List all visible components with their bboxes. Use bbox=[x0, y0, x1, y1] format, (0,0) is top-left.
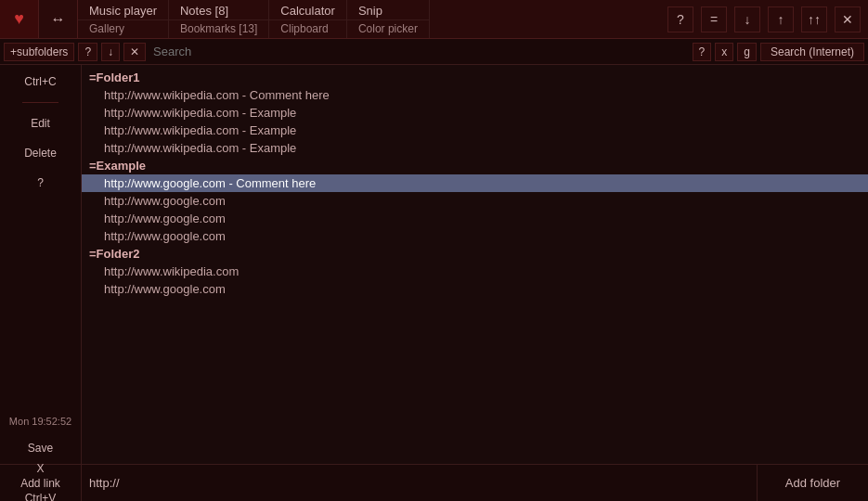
tab-snip[interactable]: Snip Color picker bbox=[347, 0, 430, 38]
question-button[interactable]: ? bbox=[4, 172, 77, 194]
sidebar: Ctrl+C Edit Delete ? Mon 19:52:52 Save bbox=[0, 65, 82, 464]
list-item[interactable]: http://www.wikipedia.com bbox=[82, 263, 868, 280]
add-link-button[interactable]: Add link bbox=[20, 477, 60, 490]
bottom-url-area bbox=[82, 472, 757, 494]
folder-header-folder1[interactable]: =Folder1 bbox=[82, 69, 868, 86]
list-item[interactable]: http://www.google.com bbox=[82, 192, 868, 210]
bottom-left: X Add link Ctrl+V bbox=[0, 465, 82, 501]
up-icon: ↑ bbox=[778, 12, 784, 27]
tab-clipboard-label: Clipboard bbox=[269, 20, 346, 39]
url-input[interactable] bbox=[89, 476, 749, 490]
search-bar: +subfolders ? ↓ ✕ ? x g Search (Internet… bbox=[0, 39, 868, 65]
arrow-button[interactable]: ↔ bbox=[39, 0, 78, 38]
equals-button[interactable]: = bbox=[701, 6, 727, 32]
heart-button[interactable]: ♥ bbox=[0, 0, 39, 38]
add-folder-button[interactable]: Add folder bbox=[757, 465, 868, 501]
search-internet-button[interactable]: Search (Internet) bbox=[760, 43, 864, 61]
ctrl-c-button[interactable]: Ctrl+C bbox=[4, 71, 77, 93]
flag-question-button[interactable]: ? bbox=[693, 43, 712, 61]
bottom-bar: X Add link Ctrl+V Add folder bbox=[0, 464, 868, 501]
close-button[interactable]: ✕ bbox=[835, 6, 861, 32]
close-icon: ✕ bbox=[842, 12, 853, 27]
tab-notes[interactable]: Notes [8] Bookmarks [13] bbox=[169, 0, 269, 38]
main-layout: Ctrl+C Edit Delete ? Mon 19:52:52 Save =… bbox=[0, 65, 868, 464]
down-button[interactable]: ↓ bbox=[734, 6, 760, 32]
flag-x-button[interactable]: x bbox=[715, 43, 733, 61]
list-item[interactable]: http://www.google.com bbox=[82, 210, 868, 227]
arrow-icon: ↔ bbox=[51, 11, 66, 28]
edit-button[interactable]: Edit bbox=[4, 112, 77, 135]
list-item[interactable]: http://www.google.com bbox=[82, 227, 868, 245]
up2-button[interactable]: ↑↑ bbox=[801, 6, 827, 32]
tab-snip-label: Snip bbox=[347, 0, 429, 20]
tab-bookmarks-label: Bookmarks [13] bbox=[169, 20, 268, 39]
list-item[interactable]: http://www.wikipedia.com - Example bbox=[82, 122, 868, 139]
search-input[interactable] bbox=[149, 43, 689, 60]
nav-tabs: Music player Gallery Notes [8] Bookmarks… bbox=[78, 0, 660, 38]
ctrl-v-button[interactable]: Ctrl+V bbox=[25, 492, 57, 502]
tab-colorpicker-label: Color picker bbox=[347, 20, 429, 39]
up-button[interactable]: ↑ bbox=[768, 6, 794, 32]
question-icon: ? bbox=[677, 12, 684, 27]
list-item-editing[interactable] bbox=[82, 174, 868, 192]
tab-calculator[interactable]: Calculator Clipboard bbox=[269, 0, 347, 38]
search-help-button[interactable]: ? bbox=[78, 43, 97, 61]
list-item[interactable]: http://www.google.com bbox=[82, 280, 868, 298]
time-display: Mon 19:52:52 bbox=[6, 412, 75, 430]
sidebar-divider-1 bbox=[22, 102, 59, 103]
tab-music-player[interactable]: Music player Gallery bbox=[78, 0, 169, 38]
search-clear-button[interactable]: ✕ bbox=[123, 43, 146, 61]
content-area: =Folder1 http://www.wikipedia.com - Comm… bbox=[82, 65, 868, 464]
x-button[interactable]: X bbox=[36, 462, 44, 475]
list-item[interactable]: http://www.wikipedia.com - Comment here bbox=[82, 86, 868, 104]
tab-notes-label: Notes [8] bbox=[169, 0, 268, 20]
delete-button[interactable]: Delete bbox=[4, 142, 77, 164]
nav-right-icons: ? = ↓ ↑ ↑↑ ✕ bbox=[660, 0, 868, 38]
heart-icon: ♥ bbox=[14, 9, 24, 29]
folder-header-example[interactable]: =Example bbox=[82, 157, 868, 174]
down-icon: ↓ bbox=[745, 12, 751, 27]
link-edit-input[interactable] bbox=[104, 176, 846, 190]
tab-music-player-label: Music player bbox=[78, 0, 168, 20]
help-button[interactable]: ? bbox=[667, 6, 693, 32]
list-item[interactable]: http://www.wikipedia.com - Example bbox=[82, 104, 868, 122]
flag-g-button[interactable]: g bbox=[737, 43, 757, 61]
folder-header-folder2[interactable]: =Folder2 bbox=[82, 245, 868, 263]
equals-icon: = bbox=[710, 12, 718, 27]
top-nav: ♥ ↔ Music player Gallery Notes [8] Bookm… bbox=[0, 0, 868, 39]
tab-calculator-label: Calculator bbox=[269, 0, 346, 20]
subfolders-button[interactable]: +subfolders bbox=[4, 43, 74, 61]
search-down-button[interactable]: ↓ bbox=[101, 43, 120, 61]
tab-gallery-label: Gallery bbox=[78, 20, 168, 39]
up2-icon: ↑↑ bbox=[808, 12, 821, 27]
save-button[interactable]: Save bbox=[4, 438, 77, 458]
list-item[interactable]: http://www.wikipedia.com - Example bbox=[82, 139, 868, 157]
